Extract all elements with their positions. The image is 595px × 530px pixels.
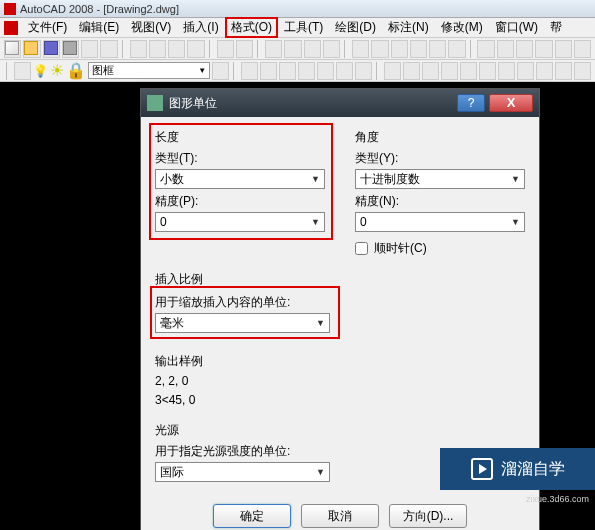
help-button[interactable] xyxy=(477,40,494,58)
angle-type-label: 类型(Y): xyxy=(355,150,525,167)
undo-button[interactable] xyxy=(217,40,234,58)
preview-button[interactable] xyxy=(81,40,98,58)
length-precision-label: 精度(P): xyxy=(155,193,325,210)
menu-draw[interactable]: 绘图(D) xyxy=(329,17,382,38)
layer-on-icon: 💡 xyxy=(33,64,48,78)
dialog-help-button[interactable]: ? xyxy=(457,94,485,112)
layer-lock-icon: 🔒 xyxy=(66,61,86,80)
menu-edit[interactable]: 编辑(E) xyxy=(73,17,125,38)
dialog-title: 图形单位 xyxy=(169,95,457,112)
open-button[interactable] xyxy=(23,40,40,58)
length-precision-value: 0 xyxy=(160,215,167,229)
menu-insert[interactable]: 插入(I) xyxy=(177,17,224,38)
markup-button[interactable] xyxy=(429,40,446,58)
tb-extra4[interactable] xyxy=(555,40,572,58)
layer-previous-button[interactable] xyxy=(212,62,229,80)
zoom-button[interactable] xyxy=(284,40,301,58)
menubar: 文件(F) 编辑(E) 视图(V) 插入(I) 格式(O) 工具(T) 绘图(D… xyxy=(0,18,595,38)
layer-tb5[interactable] xyxy=(460,62,477,80)
menu-format[interactable]: 格式(O) xyxy=(225,17,278,38)
length-type-value: 小数 xyxy=(160,171,184,188)
layer-combo[interactable]: 图框 xyxy=(88,62,210,79)
layer-tb2[interactable] xyxy=(403,62,420,80)
menu-file[interactable]: 文件(F) xyxy=(22,17,73,38)
menu-modify[interactable]: 修改(M) xyxy=(435,17,489,38)
layer-tb10[interactable] xyxy=(555,62,572,80)
copy-button[interactable] xyxy=(149,40,166,58)
toolbar-separator xyxy=(344,40,348,58)
angle-type-combo[interactable]: 十进制度数 xyxy=(355,169,525,189)
calc-button[interactable] xyxy=(448,40,465,58)
layer-tb8[interactable] xyxy=(517,62,534,80)
layer-tb7[interactable] xyxy=(498,62,515,80)
paste-button[interactable] xyxy=(168,40,185,58)
save-button[interactable] xyxy=(43,40,60,58)
layer-off-button[interactable] xyxy=(317,62,334,80)
watermark-sub: zixue.3d66.com xyxy=(526,494,589,504)
menu-help[interactable]: 帮 xyxy=(544,17,568,38)
plot-button[interactable] xyxy=(62,40,79,58)
tb-extra3[interactable] xyxy=(535,40,552,58)
direction-button[interactable]: 方向(D)... xyxy=(389,504,467,528)
tb-extra2[interactable] xyxy=(516,40,533,58)
layer-tb1[interactable] xyxy=(384,62,401,80)
layer-combo-value: 图框 xyxy=(92,63,114,78)
layer-props-button[interactable] xyxy=(14,62,31,80)
tool-palette-button[interactable] xyxy=(391,40,408,58)
tb-extra1[interactable] xyxy=(497,40,514,58)
app-name: AutoCAD 2008 xyxy=(20,3,93,15)
design-center-button[interactable] xyxy=(371,40,388,58)
sample-line1: 2, 2, 0 xyxy=(155,373,525,389)
layer-tb4[interactable] xyxy=(441,62,458,80)
new-button[interactable] xyxy=(4,40,21,58)
menu-dimension[interactable]: 标注(N) xyxy=(382,17,435,38)
app-menu-icon[interactable] xyxy=(4,21,18,35)
length-type-combo[interactable]: 小数 xyxy=(155,169,325,189)
ok-button[interactable]: 确定 xyxy=(213,504,291,528)
length-group-highlight: 长度 类型(T): 小数 精度(P): 0 xyxy=(149,123,333,240)
clockwise-label: 顺时针(C) xyxy=(374,240,427,257)
layer-iso-button[interactable] xyxy=(260,62,277,80)
length-precision-combo[interactable]: 0 xyxy=(155,212,325,232)
light-value: 国际 xyxy=(160,464,184,481)
cancel-button[interactable]: 取消 xyxy=(301,504,379,528)
insert-scale-combo[interactable]: 毫米 xyxy=(155,313,330,333)
dialog-buttons: 确定 取消 方向(D)... xyxy=(141,494,539,530)
sheet-set-button[interactable] xyxy=(410,40,427,58)
toolbar-separator xyxy=(209,40,213,58)
menu-window[interactable]: 窗口(W) xyxy=(489,17,544,38)
angle-type-value: 十进制度数 xyxy=(360,171,420,188)
insert-scale-label: 用于缩放插入内容的单位: xyxy=(155,294,334,311)
doc-name: [Drawing2.dwg] xyxy=(103,3,179,15)
toolbar-separator xyxy=(122,40,126,58)
play-icon xyxy=(471,458,493,480)
layer-tb6[interactable] xyxy=(479,62,496,80)
redo-button[interactable] xyxy=(236,40,253,58)
properties-button[interactable] xyxy=(352,40,369,58)
zoom-window-button[interactable] xyxy=(304,40,321,58)
zoom-previous-button[interactable] xyxy=(323,40,340,58)
cut-button[interactable] xyxy=(130,40,147,58)
light-combo[interactable]: 国际 xyxy=(155,462,330,482)
clockwise-checkbox[interactable] xyxy=(355,242,368,255)
dialog-icon xyxy=(147,95,163,111)
layer-make-current-button[interactable] xyxy=(336,62,353,80)
angle-group-label: 角度 xyxy=(355,129,525,146)
pan-button[interactable] xyxy=(265,40,282,58)
dialog-titlebar[interactable]: 图形单位 ? X xyxy=(141,89,539,117)
layer-states-button[interactable] xyxy=(241,62,258,80)
layer-match-button[interactable] xyxy=(355,62,372,80)
tb-extra5[interactable] xyxy=(574,40,591,58)
menu-tools[interactable]: 工具(T) xyxy=(278,17,329,38)
match-button[interactable] xyxy=(187,40,204,58)
length-group-label: 长度 xyxy=(155,129,325,146)
dialog-close-button[interactable]: X xyxy=(489,94,533,112)
publish-button[interactable] xyxy=(100,40,117,58)
layer-tb11[interactable] xyxy=(574,62,591,80)
layer-tb3[interactable] xyxy=(422,62,439,80)
layer-uniso-button[interactable] xyxy=(279,62,296,80)
angle-precision-combo[interactable]: 0 xyxy=(355,212,525,232)
menu-view[interactable]: 视图(V) xyxy=(125,17,177,38)
layer-freeze-button[interactable] xyxy=(298,62,315,80)
layer-tb9[interactable] xyxy=(536,62,553,80)
